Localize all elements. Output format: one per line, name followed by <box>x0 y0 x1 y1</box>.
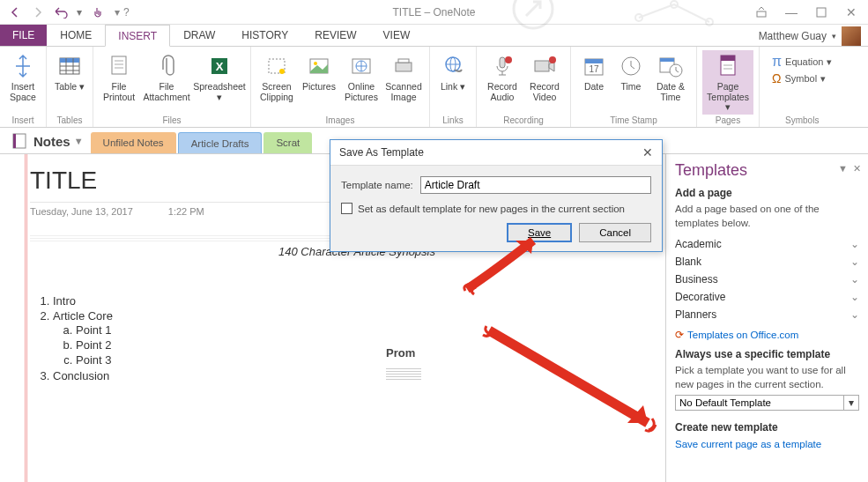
tab-review[interactable]: REVIEW <box>301 24 369 46</box>
menu-tabs: FILE HOME INSERT DRAW HISTORY REVIEW VIE… <box>0 25 868 47</box>
default-checkbox[interactable] <box>341 203 352 214</box>
table-button[interactable]: Table ▾ <box>52 50 87 94</box>
record-video-button[interactable]: Record Video <box>524 50 565 104</box>
maximize-button[interactable] <box>810 4 833 21</box>
tab-draw[interactable]: DRAW <box>170 24 228 46</box>
svg-point-0 <box>514 0 553 28</box>
list-item[interactable]: Conclusion <box>53 368 665 383</box>
template-category[interactable]: Blank⌄ <box>675 253 859 271</box>
tab-home[interactable]: HOME <box>47 24 105 46</box>
back-button[interactable] <box>5 3 25 22</box>
templates-pane: ▼ ✕ Templates Add a page Add a page base… <box>665 154 868 482</box>
always-use-text: Pick a template you want to use for all … <box>675 364 859 391</box>
svg-rect-24 <box>396 63 412 71</box>
tab-insert[interactable]: INSERT <box>105 25 170 47</box>
minimize-button[interactable]: — <box>780 4 803 21</box>
list-item[interactable]: Intro <box>53 293 665 308</box>
ribbon: Insert Space Insert Table ▾ Tables File … <box>0 47 868 128</box>
template-category[interactable]: Business⌄ <box>675 271 859 288</box>
tab-view[interactable]: VIEW <box>370 24 424 46</box>
template-category[interactable]: Planners⌄ <box>675 306 859 323</box>
undo-button[interactable] <box>51 3 70 22</box>
svg-point-32 <box>549 56 556 63</box>
spreadsheet-button[interactable]: XSpreadsheet ▾ <box>194 50 245 104</box>
help-icon[interactable]: ? <box>123 6 130 19</box>
template-category[interactable]: Decorative⌄ <box>675 288 859 306</box>
page-time: 1:22 PM <box>168 206 204 217</box>
date-time-button[interactable]: Date & Time <box>650 50 691 104</box>
list-item[interactable]: Point 2 <box>76 337 665 352</box>
link-button[interactable]: Link ▾ <box>435 50 471 94</box>
office-templates-link[interactable]: ⟳Templates on Office.com <box>675 329 859 341</box>
insert-space-button[interactable]: Insert Space <box>5 50 41 104</box>
templates-title: Templates <box>675 161 859 180</box>
margin-line <box>25 154 26 482</box>
margin-line <box>26 154 27 482</box>
svg-rect-25 <box>398 59 409 63</box>
svg-point-3 <box>706 19 713 26</box>
save-button[interactable]: Save <box>507 223 572 242</box>
chevron-down-icon: ⌄ <box>850 308 859 321</box>
dialog-close-icon[interactable]: ✕ <box>642 145 653 159</box>
section-tab-unfiled[interactable]: Unfiled Notes <box>91 132 176 153</box>
always-use-heading: Always use a specific template <box>675 348 859 360</box>
svg-rect-7 <box>60 58 79 63</box>
time-button[interactable]: Time <box>613 50 649 94</box>
pane-close-icon[interactable]: ✕ <box>853 163 861 174</box>
template-category[interactable]: Academic⌄ <box>675 235 859 253</box>
default-checkbox-row[interactable]: Set as default template for new pages in… <box>341 203 651 214</box>
section-tab-article-drafts[interactable]: Article Drafts <box>178 132 263 153</box>
chevron-down-icon: ⌄ <box>850 256 859 268</box>
svg-point-21 <box>314 62 317 65</box>
cancel-button[interactable]: Cancel <box>579 223 651 242</box>
file-tab[interactable]: FILE <box>0 24 47 46</box>
default-checkbox-label: Set as default template for new pages in… <box>358 204 625 214</box>
list-item[interactable]: Point 1 <box>76 323 665 337</box>
date-button[interactable]: 17Date <box>576 50 612 94</box>
pane-menu-icon[interactable]: ▼ <box>838 163 848 174</box>
ribbon-options-button[interactable] <box>750 4 773 21</box>
section-tab-scratch[interactable]: Scrat <box>263 132 312 153</box>
page-templates-button[interactable]: Page Templates ▾ <box>702 50 753 115</box>
svg-point-1 <box>635 14 642 21</box>
scanned-image-button[interactable]: Scanned Image <box>383 50 424 104</box>
close-button[interactable]: ✕ <box>840 4 863 21</box>
prompt-label: Prom <box>386 346 421 382</box>
dialog-title: Save As Template <box>339 146 424 159</box>
dropdown-button[interactable]: ▾ <box>844 395 859 411</box>
list-item: Article Core Point 1 Point 2 Point 3 <box>53 308 665 368</box>
page-date: Tuesday, June 13, 2017 <box>30 206 133 217</box>
qat-dropdown[interactable]: ▾ <box>74 3 85 22</box>
chevron-down-icon: ⌄ <box>850 291 859 303</box>
file-attachment-button[interactable]: File Attachment <box>141 50 192 104</box>
titlebar: ▾ ▾ TITLE – OneNote ? — ✕ <box>0 0 868 25</box>
svg-text:17: 17 <box>589 64 599 74</box>
screen-clipping-button[interactable]: Screen Clipping <box>256 50 297 104</box>
svg-point-19 <box>279 69 285 74</box>
outline[interactable]: Intro Article Core Point 1 Point 2 Point… <box>30 293 665 383</box>
record-audio-button[interactable]: Record Audio <box>482 50 523 104</box>
forward-button[interactable] <box>28 3 48 22</box>
add-page-text: Add a page based on one of the templates… <box>675 203 859 230</box>
save-as-template-link[interactable]: Save current page as a template <box>675 439 859 449</box>
user-name: Matthew Guay <box>759 30 827 42</box>
tab-history[interactable]: HISTORY <box>228 24 301 46</box>
svg-rect-5 <box>817 8 826 17</box>
qat-customize[interactable]: ▾ <box>111 3 123 22</box>
list-item[interactable]: Point 3 <box>76 352 665 367</box>
touch-mode-button[interactable] <box>88 3 108 22</box>
default-template-select[interactable] <box>675 395 844 411</box>
add-page-heading: Add a page <box>675 187 859 199</box>
template-name-input[interactable] <box>420 176 651 194</box>
chevron-down-icon: ⌄ <box>850 238 859 250</box>
save-template-dialog: Save As Template ✕ Template name: Set as… <box>330 139 663 252</box>
notebook-dropdown[interactable]: Notes ▼ <box>4 129 91 153</box>
user-account[interactable]: Matthew Guay ▾ <box>759 26 868 46</box>
svg-rect-38 <box>660 58 674 62</box>
pictures-button[interactable]: Pictures <box>299 50 339 94</box>
symbol-button[interactable]: Ω Symbol ▾ <box>772 71 826 85</box>
quick-access-toolbar: ▾ ▾ <box>5 3 123 22</box>
equation-button[interactable]: π Equation ▾ <box>772 54 832 70</box>
online-pictures-button[interactable]: Online Pictures <box>341 50 382 104</box>
file-printout-button[interactable]: File Printout <box>99 50 139 104</box>
